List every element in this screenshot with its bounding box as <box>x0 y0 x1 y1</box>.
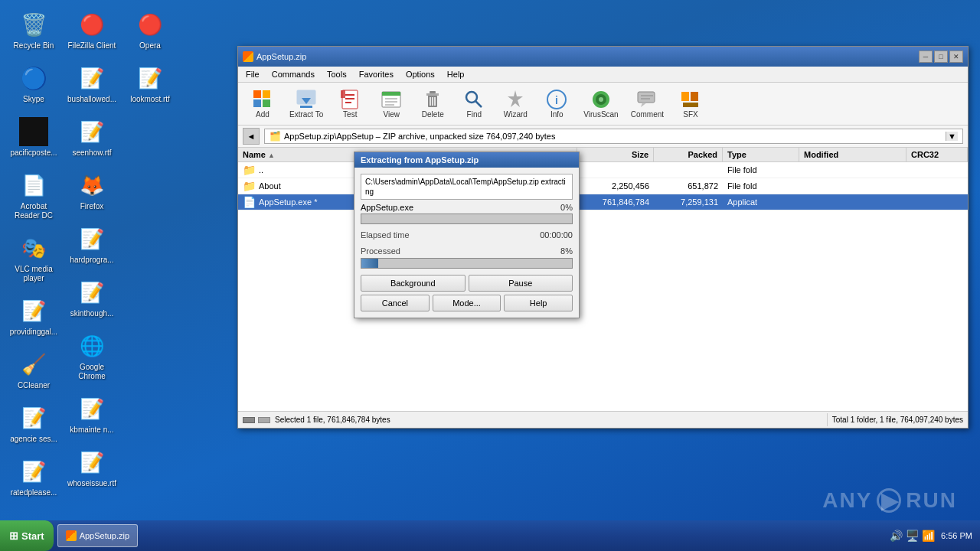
anyrun-play-icon: ▶ <box>877 488 901 513</box>
toolbar-sfx-button[interactable]: SFX <box>671 86 710 122</box>
desktop-icon-agencies[interactable]: 📝 agencie ses... <box>6 399 61 447</box>
toolbar-delete-button[interactable]: Delete <box>413 86 452 122</box>
dialog-file-percent: 0% <box>560 203 573 212</box>
desktop-icon-pacific[interactable]: pacificposte... <box>6 113 61 161</box>
toolbar-test-label: Test <box>343 110 357 119</box>
toolbar-virusscan-button[interactable]: VirusScan <box>578 86 623 122</box>
toolbar-info-label: Info <box>550 110 564 119</box>
window-titlebar[interactable]: AppSetup.zip ─ □ ✕ <box>238 47 968 67</box>
col-header-size[interactable]: Size <box>577 148 654 161</box>
menu-options[interactable]: Options <box>401 68 439 80</box>
desktop-icon-lookmost[interactable]: 📝 lookmost.rtf <box>122 60 178 107</box>
menu-bar: File Commands Tools Favorites Options He… <box>238 67 968 83</box>
back-button[interactable]: ◄ <box>243 128 260 145</box>
cancel-button[interactable]: Cancel <box>361 295 430 311</box>
dialog-titlebar: Extracting from AppSetup.zip <box>354 152 579 168</box>
menu-tools[interactable]: Tools <box>322 68 351 80</box>
toolbar-extract-button[interactable]: Extract To <box>284 86 328 122</box>
toolbar-wizard-button[interactable]: Wizard <box>495 86 535 122</box>
toolbar-virusscan-label: VirusScan <box>583 110 618 119</box>
tray-volume-icon[interactable]: 🔊 <box>890 530 903 542</box>
svg-rect-13 <box>382 92 400 96</box>
lookmost-label: lookmost.rtf <box>130 95 170 104</box>
providing-icon: 📝 <box>18 295 49 326</box>
address-path-text: AppSetup.zip\AppSetup – ZIP archive, unp… <box>284 132 942 141</box>
start-button[interactable]: ⊞ Start <box>0 520 54 551</box>
desktop-icon-opera[interactable]: 🔴 Opera <box>122 6 178 54</box>
file-packed-cell: 7,259,131 <box>654 197 723 207</box>
tray-network-icon[interactable]: 📶 <box>922 530 935 542</box>
anyrun-text: ANY <box>822 488 872 513</box>
desktop: 🗑️ Recycle Bin 🔵 Skype pacificposte... 📄… <box>0 0 980 551</box>
close-button[interactable]: ✕ <box>949 51 963 63</box>
taskbar-task[interactable]: AppSetup.zip <box>57 524 138 547</box>
taskbar-task-label: AppSetup.zip <box>80 531 129 540</box>
tray-display-icon[interactable]: 🖥️ <box>906 530 919 542</box>
toolbar-view-button[interactable]: View <box>371 86 411 122</box>
exe-icon: 📄 <box>243 196 256 208</box>
desktop-icon-ratedplease[interactable]: 📝 ratedplease... <box>6 453 61 500</box>
desktop-icon-hardprogra[interactable]: 📝 hardprogra... <box>64 220 119 268</box>
desktop-icon-acrobat[interactable]: 📄 Acrobat Reader DC <box>6 167 61 223</box>
file-row[interactable]: 📄 AppSetup.exe * 761,846,784 7,259,131 A… <box>238 194 968 210</box>
taskbar-clock[interactable]: 6:56 PM <box>941 531 972 540</box>
desktop-icon-recycle-bin[interactable]: 🗑️ Recycle Bin <box>6 6 61 54</box>
view-icon <box>381 89 402 110</box>
mode-button[interactable]: Mode... <box>433 295 501 311</box>
processed-progress-bar <box>361 258 573 269</box>
toolbar-wizard-label: Wizard <box>504 110 528 119</box>
desktop-icon-bushallowed[interactable]: 📝 bushallowed... <box>64 60 119 107</box>
menu-favorites[interactable]: Favorites <box>354 68 398 80</box>
menu-commands[interactable]: Commands <box>267 68 319 80</box>
desktop-icon-skinthough[interactable]: 📝 skinthough... <box>64 274 119 321</box>
firefox-label: Firefox <box>80 202 104 211</box>
delete-icon <box>422 89 443 110</box>
desktop-icon-providing[interactable]: 📝 providinggal... <box>6 292 61 340</box>
whoseissue-icon: 📝 <box>77 447 107 478</box>
toolbar-find-button[interactable]: Find <box>454 86 494 122</box>
svg-rect-19 <box>430 91 436 93</box>
menu-file[interactable]: File <box>241 68 264 80</box>
address-dropdown-button[interactable]: ▼ <box>946 132 958 141</box>
address-path: 🗂️ AppSetup.zip\AppSetup – ZIP archive, … <box>264 129 963 144</box>
help-button[interactable]: Help <box>504 295 573 311</box>
desktop-icon-chrome[interactable]: 🌐 Google Chrome <box>64 328 119 384</box>
menu-help[interactable]: Help <box>443 68 469 80</box>
col-header-packed[interactable]: Packed <box>654 148 723 161</box>
col-header-crc[interactable]: CRC32 <box>906 148 968 161</box>
desktop-icon-seenhow[interactable]: 📝 seenhow.rtf <box>64 113 119 161</box>
winrar-icon-small <box>243 51 253 62</box>
taskbar: ⊞ Start AppSetup.zip 🔊 🖥️ 📶 6:56 PM <box>0 520 980 551</box>
toolbar-comment-button[interactable]: Comment <box>626 86 669 122</box>
minimize-button[interactable]: ─ <box>919 51 933 63</box>
file-row[interactable]: 📁 .. File fold <box>238 162 968 178</box>
taskbar-tasks: AppSetup.zip <box>54 520 882 551</box>
acrobat-label: Acrobat Reader DC <box>9 202 58 220</box>
toolbar-info-button[interactable]: i Info <box>537 86 577 122</box>
file-size-cell: 761,846,784 <box>577 197 654 207</box>
col-header-type[interactable]: Type <box>723 148 799 161</box>
desktop-icon-kbmainten[interactable]: 📝 kbmainte n... <box>64 390 119 438</box>
file-row[interactable]: 📁 About 2,250,456 651,872 File fold <box>238 178 968 194</box>
desktop-icon-ccleaner[interactable]: 🧹 CCleaner <box>6 346 61 393</box>
pause-button[interactable]: Pause <box>469 275 573 292</box>
status-right-text: Total 1 folder, 1 file, 764,097,240 byte… <box>832 416 963 424</box>
background-button[interactable]: Background <box>361 275 466 292</box>
col-header-modified[interactable]: Modified <box>799 148 906 161</box>
vlc-label: VLC media player <box>9 265 58 283</box>
toolbar-test-button[interactable]: Test <box>330 86 370 122</box>
maximize-button[interactable]: □ <box>934 51 948 63</box>
desktop-icon-skype[interactable]: 🔵 Skype <box>6 60 61 107</box>
desktop-icon-filezilla[interactable]: 🔴 FileZilla Client <box>64 6 119 54</box>
toolbar-add-button[interactable]: Add <box>243 86 283 122</box>
desktop-icon-vlc[interactable]: 🎭 VLC media player <box>6 230 61 286</box>
toolbar-find-label: Find <box>467 110 482 119</box>
desktop-icon-whoseissue[interactable]: 📝 whoseissue.rtf <box>64 444 119 491</box>
file-list-header: Name ▲ Size Packed Type Modified CRC32 <box>238 148 968 162</box>
file-list: Name ▲ Size Packed Type Modified CRC32 📁… <box>238 148 968 411</box>
desktop-icon-firefox[interactable]: 🦊 Firefox <box>64 167 119 214</box>
comment-icon <box>636 89 658 110</box>
dialog-buttons-bottom: Cancel Mode... Help <box>361 295 573 311</box>
pacific-icon <box>18 116 49 147</box>
dialog-filename: AppSetup.exe <box>361 203 560 212</box>
